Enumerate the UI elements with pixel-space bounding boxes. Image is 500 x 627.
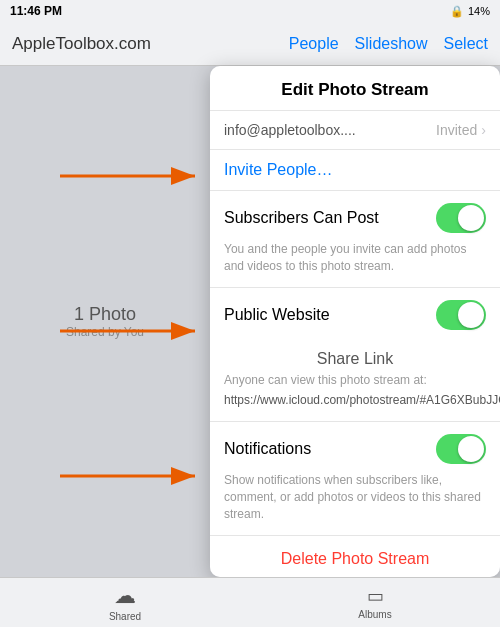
shared-icon: ☁ (114, 583, 136, 609)
main-content: 1 Photo Shared by You Edit Photo Stream … (0, 66, 500, 577)
notifications-toggle[interactable] (436, 434, 486, 464)
status-time: 11:46 PM (10, 4, 62, 18)
notifications-row: Notifications (210, 422, 500, 472)
tab-shared[interactable]: ☁ Shared (0, 583, 250, 622)
invited-email: info@appletoolbox.... (224, 122, 356, 138)
invited-status: Invited › (436, 122, 486, 138)
delete-photo-stream-button[interactable]: Delete Photo Stream (281, 550, 430, 567)
subscribers-can-post-desc: You and the people you invite can add ph… (210, 241, 500, 288)
photo-info: 1 Photo Shared by You (66, 304, 144, 339)
status-bar: 11:46 PM 🔒 14% (0, 0, 500, 22)
chevron-right-icon: › (481, 122, 486, 138)
nav-bar: AppleToolbox.com People Slideshow Select (0, 22, 500, 66)
albums-icon: ▭ (367, 585, 384, 607)
tab-albums[interactable]: ▭ Albums (250, 585, 500, 620)
popup-title: Edit Photo Stream (210, 66, 500, 111)
battery-level: 14% (468, 5, 490, 17)
public-website-row: Public Website (210, 288, 500, 338)
edit-photo-stream-popup: Edit Photo Stream info@appletoolbox.... … (210, 66, 500, 577)
public-website-label: Public Website (224, 306, 330, 324)
left-panel: 1 Photo Shared by You (0, 66, 210, 577)
public-website-toggle[interactable] (436, 300, 486, 330)
invite-people-link[interactable]: Invite People… (224, 161, 333, 178)
app-title: AppleToolbox.com (12, 34, 151, 54)
share-link-desc: Anyone can view this photo stream at: (210, 372, 500, 393)
toggle-knob-2 (458, 302, 484, 328)
share-link-url[interactable]: https://www.icloud.com/photostream/#A1G6… (210, 392, 500, 422)
select-button[interactable]: Select (444, 35, 488, 53)
notifications-desc: Show notifications when subscribers like… (210, 472, 500, 535)
subscribers-can-post-row: Subscribers Can Post (210, 191, 500, 241)
shared-label: Shared (109, 611, 141, 622)
people-button[interactable]: People (289, 35, 339, 53)
nav-actions: People Slideshow Select (289, 35, 488, 53)
shared-by: Shared by You (66, 325, 144, 339)
albums-label: Albums (358, 609, 391, 620)
lock-icon: 🔒 (450, 5, 464, 18)
subscribers-can-post-toggle[interactable] (436, 203, 486, 233)
tab-bar: ☁ Shared ▭ Albums (0, 577, 500, 627)
subscribers-can-post-label: Subscribers Can Post (224, 209, 379, 227)
slideshow-button[interactable]: Slideshow (355, 35, 428, 53)
invite-people-row[interactable]: Invite People… (210, 150, 500, 191)
photo-count: 1 Photo (66, 304, 144, 325)
invited-label: Invited (436, 122, 477, 138)
toggle-knob-3 (458, 436, 484, 462)
toggle-knob (458, 205, 484, 231)
share-link-title: Share Link (210, 338, 500, 372)
invited-row[interactable]: info@appletoolbox.... Invited › (210, 111, 500, 150)
delete-row: Delete Photo Stream (210, 536, 500, 577)
notifications-label: Notifications (224, 440, 311, 458)
status-icons: 🔒 14% (450, 5, 490, 18)
